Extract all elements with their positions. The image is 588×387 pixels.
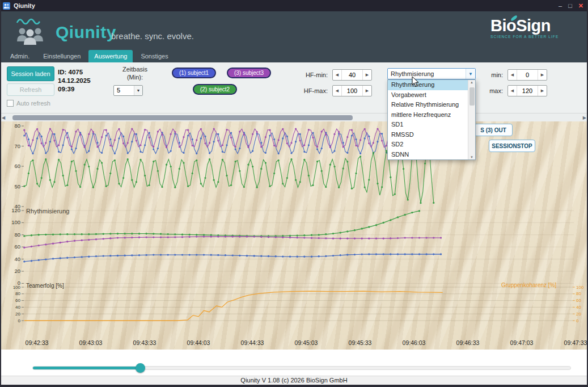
mouse-cursor (412, 76, 420, 87)
min-decrement-icon[interactable]: ◀ (508, 70, 517, 80)
auto-refresh-control: Auto refresh (7, 100, 50, 107)
rhythm-line-subject2 (24, 211, 420, 236)
zeitbasis-label-line2: (Min): (109, 73, 161, 81)
slider-thumb[interactable] (136, 363, 145, 373)
x-tick-label: 09:44:33 (241, 339, 264, 346)
dropdown-option-8[interactable]: SDNN (388, 150, 468, 160)
subject2-pill[interactable]: (2) subject2 (193, 84, 237, 95)
zeitbasis-label-line1: Zeitbasis (109, 65, 161, 73)
min-spinner: ◀ 0 ▶ (507, 69, 547, 81)
tick-label: 80 (14, 123, 20, 129)
dropdown-option-7[interactable]: SD2 (388, 140, 468, 150)
session-laden-button[interactable]: Session laden (7, 66, 54, 81)
tick-label: 50 (14, 183, 20, 190)
zeitbasis-label: Zeitbasis (Min): (109, 65, 161, 81)
hf-max-increment-icon[interactable]: ▶ (362, 86, 371, 96)
app-icon (3, 2, 10, 10)
sessionstop-button[interactable]: SESSIONSTOP (489, 140, 535, 152)
teamerfolg-label: Teamerfolg [%] (26, 283, 64, 289)
scroll-left-icon[interactable]: ◀ (2, 115, 5, 120)
scroll-up-icon[interactable]: ▲ (468, 81, 475, 84)
menu-item-auswertung[interactable]: Auswertung (88, 50, 133, 62)
dropdown-option-6[interactable]: RMSSD (388, 130, 468, 140)
tick-label: 0 (18, 318, 21, 323)
rhythm-chart-title: Rhythmisierung (26, 208, 69, 214)
maximize-button[interactable]: □ (568, 2, 572, 9)
hf-max-decrement-icon[interactable]: ◀ (333, 86, 342, 96)
window-border-left (0, 0, 1, 387)
tick-label: 0 (576, 318, 579, 323)
dropdown-option-5[interactable]: SD1 (388, 120, 468, 130)
metric-dropdown-value: Rhythmisierung (388, 69, 466, 79)
tick-label: 70 (14, 143, 20, 149)
biosign-tagline: SCIENCE FOR A BETTER LIFE (490, 35, 576, 39)
tick-label: 40 (14, 256, 20, 262)
scroll-right-icon[interactable]: ▶ (583, 115, 586, 120)
tick-label: 100 (576, 285, 584, 290)
menu-item-sonstiges[interactable]: Sonstiges (135, 50, 174, 62)
tick-label: 40 (576, 305, 581, 310)
horizontal-scrollbar-thumb[interactable] (12, 115, 353, 120)
scroll-down-icon[interactable]: ▼ (468, 155, 475, 159)
hf-max-label: HF-max: (293, 87, 328, 94)
refresh-button[interactable]: Refresh (7, 83, 54, 96)
subject3-pill[interactable]: (3) subject3 (227, 68, 271, 78)
max-label: max: (479, 87, 503, 94)
tick-label: 20 (576, 312, 581, 317)
hr-line-subject2 (24, 144, 434, 203)
x-tick-label: 09:43:03 (79, 339, 103, 346)
min-increment-icon[interactable]: ▶ (538, 70, 547, 80)
auto-refresh-checkbox[interactable] (7, 100, 14, 107)
x-tick-label: 09:44:03 (187, 339, 210, 346)
close-button[interactable]: ✕ (578, 2, 583, 10)
max-increment-icon[interactable]: ▶ (538, 86, 547, 96)
x-tick-label: 09:47:03 (510, 339, 534, 346)
metric-dropdown-list: RhythmisierungVorgabewertRelative Rhythm… (388, 80, 468, 159)
window-controls: – □ ✕ (559, 0, 583, 11)
tick-label: 80 (576, 291, 581, 296)
metric-dropdown[interactable]: Rhythmisierung ▼ (387, 68, 476, 79)
zeitbasis-select[interactable]: 5 ▼ (113, 85, 143, 96)
menubar: Admin. Einstellungen Auswertung Sonstige… (5, 50, 174, 62)
x-tick-label: 09:42:33 (26, 339, 49, 346)
app-logo-icon (14, 16, 46, 47)
dropdown-option-3[interactable]: Relative Rhythmisierung (388, 100, 468, 110)
metric-dropdown-popup: RhythmisierungVorgabewertRelative Rhythm… (387, 79, 476, 160)
hf-max-spinner: ◀ 100 ▶ (332, 85, 372, 96)
subjects-out-button[interactable]: S (3) OUT (474, 124, 513, 136)
minimize-button[interactable]: – (559, 2, 562, 9)
toolbar: Session laden Refresh Auto refresh ID: 4… (0, 62, 588, 113)
biosign-logo: BioSign SCIENCE FOR A BETTER LIFE (490, 17, 576, 39)
statusbar-text: Qiunity V 1.08 (c) 2026 BioSign GmbH (240, 377, 347, 384)
x-tick-label: 09:46:33 (456, 339, 480, 346)
charts-svg: 8070605040120100806040200100100808060604… (0, 121, 588, 350)
hf-min-value: 40 (342, 70, 362, 80)
session-info: ID: 4075 14.12.2025 09:39 (58, 68, 91, 94)
dropdown-scrollbar[interactable]: ▲ ▼ (468, 80, 475, 159)
dropdown-option-1[interactable]: Rhythmisierung (388, 80, 468, 90)
hf-min-decrement-icon[interactable]: ◀ (333, 70, 342, 80)
tick-label: 100 (11, 219, 20, 225)
horizontal-scrollbar[interactable]: ◀ ▶ (0, 113, 588, 121)
min-value: 0 (517, 70, 538, 80)
zeitbasis-value: 5 (114, 86, 134, 95)
timeline-slider[interactable] (32, 366, 571, 370)
session-id: ID: 4075 (58, 68, 91, 77)
dropdown-option-2[interactable]: Vorgabewert (388, 90, 468, 100)
x-tick-label: 09:46:03 (403, 339, 426, 346)
subject1-pill[interactable]: (1) subject1 (172, 68, 216, 78)
gruppenkohaerenz-label: Gruppenkoharenz [%] (501, 282, 556, 288)
dropdown-arrow-icon[interactable]: ▼ (466, 69, 475, 79)
tick-label: 40 (15, 305, 20, 310)
statusbar: Qiunity V 1.08 (c) 2026 BioSign GmbH (0, 376, 588, 385)
titlebar: Qiunity – □ ✕ (0, 0, 588, 11)
team-line (24, 291, 443, 321)
menu-item-einstellungen[interactable]: Einstellungen (37, 50, 86, 62)
tick-label: 80 (14, 232, 20, 238)
max-decrement-icon[interactable]: ◀ (508, 86, 517, 96)
menu-item-admin[interactable]: Admin. (5, 50, 35, 62)
hf-min-increment-icon[interactable]: ▶ (362, 70, 371, 80)
dropdown-option-4[interactable]: mittlere Herzfrequenz (388, 110, 468, 120)
dropdown-scrollbar-thumb[interactable] (469, 87, 475, 106)
session-date: 14.12.2025 (58, 77, 91, 85)
